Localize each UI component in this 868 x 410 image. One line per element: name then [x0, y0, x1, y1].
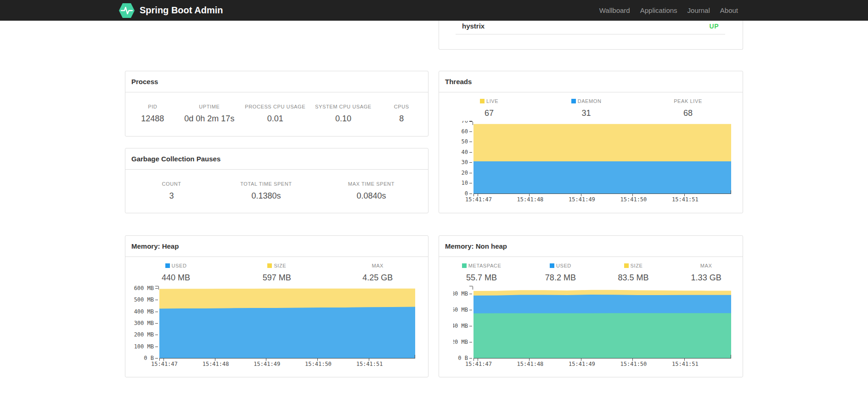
heap-value-size: 597 MB [226, 273, 327, 283]
process-item-uptime: UPTIME0d 0h 2m 17s [180, 103, 239, 124]
threads-card: Threads LIVE67DAEMON31PEAK LIVE68 010203… [439, 71, 743, 213]
nonheap-xtick-15-41-51: 15:41:51 [672, 361, 699, 367]
nav-link-applications[interactable]: Applications [635, 6, 682, 14]
nonheap-item-max: MAX1.33 GB [670, 262, 743, 283]
nonheap-series-metaspace [473, 313, 731, 358]
process-value-process-cpu-usage: 0.01 [239, 114, 311, 124]
heap-ytick-400-mb: 400 MB [134, 308, 154, 315]
threads-item-live: LIVE67 [439, 98, 539, 118]
threads-ytick-40: 40 [462, 149, 468, 155]
nonheap-item-size: SIZE83.5 MB [597, 262, 670, 283]
heap-swatch-used [165, 263, 170, 268]
heap-xtick-15-41-51: 15:41:51 [356, 361, 383, 367]
nonheap-xtick-15-41-50: 15:41:50 [620, 361, 647, 367]
threads-xtick-15-41-50: 15:41:50 [620, 196, 647, 203]
nonheap-value-max: 1.33 GB [670, 273, 743, 283]
process-value-uptime: 0d 0h 2m 17s [180, 114, 239, 124]
brand[interactable]: Spring Boot Admin [118, 3, 223, 18]
nonheap-label-max: MAX [670, 262, 743, 269]
main-content: Process PID12488UPTIME0d 0h 2m 17sPROCES… [125, 21, 743, 377]
heap-xtick-15-41-47: 15:41:47 [151, 361, 178, 367]
heap-ytick-500-mb: 500 MB [134, 296, 154, 303]
nonheap-item-used: USED78.2 MB [524, 262, 597, 283]
nonheap-swatch-metaspace [462, 263, 467, 268]
threads-legend: LIVE67DAEMON31PEAK LIVE68 [439, 98, 743, 118]
nonheap-chart: 0 B20 MB40 MB60 MB80 MB15:41:4715:41:481… [453, 285, 732, 370]
application-row[interactable]: hystrix UP [456, 21, 725, 34]
threads-series-daemon [473, 161, 731, 194]
heap-item-used: USED440 MB [125, 262, 226, 283]
process-label-pid: PID [125, 103, 180, 110]
heap-swatch-size [267, 263, 272, 268]
heap-series-used [159, 307, 415, 358]
threads-item-daemon: DAEMON31 [539, 98, 633, 118]
threads-label-peak-live: PEAK LIVE [633, 98, 743, 104]
heap-ytick-600-mb: 600 MB [134, 285, 154, 291]
threads-chart: 01020304050607015:41:4715:41:4815:41:491… [457, 121, 732, 205]
gc-card: Garbage Collection Pauses COUNT3TOTAL TI… [125, 148, 428, 213]
nonheap-xtick-15-41-47: 15:41:47 [465, 361, 492, 367]
gc-value-count: 3 [125, 191, 218, 201]
application-name[interactable]: hystrix [462, 22, 485, 30]
nav-link-about[interactable]: About [715, 6, 743, 14]
gc-label-count: COUNT [125, 181, 218, 187]
gc-item-count: COUNT3 [125, 181, 218, 201]
heap-ytick-100-mb: 100 MB [134, 343, 154, 350]
process-card-title: Process [125, 71, 428, 92]
application-status-badge: UP [710, 23, 719, 30]
nonheap-value-size: 83.5 MB [597, 273, 670, 283]
gc-item-total-time-spent: TOTAL TIME SPENT0.1380s [218, 181, 315, 201]
threads-ytick-20: 20 [462, 170, 468, 176]
nonheap-ytick-80-mb: 80 MB [453, 290, 468, 297]
threads-label-daemon: DAEMON [539, 98, 633, 104]
threads-swatch-live [480, 99, 485, 103]
nonheap-ytick-60-mb: 60 MB [453, 307, 468, 313]
process-value-system-cpu-usage: 0.10 [311, 114, 375, 124]
right-column: hystrix UP Threads LIVE67DAEMON31PEAK LI… [439, 21, 743, 377]
brand-title: Spring Boot Admin [140, 5, 223, 16]
memory-heap-card: Memory: Heap USED440 MBSIZE597 MBMAX4.25… [125, 235, 428, 377]
threads-value-daemon: 31 [539, 108, 633, 118]
nonheap-xtick-15-41-48: 15:41:48 [517, 361, 544, 367]
process-stats: PID12488UPTIME0d 0h 2m 17sPROCESS CPU US… [125, 92, 428, 124]
gc-label-total-time-spent: TOTAL TIME SPENT [218, 181, 315, 187]
memory-nonheap-card: Memory: Non heap METASPACE55.7 MBUSED78.… [439, 235, 743, 377]
threads-xtick-15-41-47: 15:41:47 [465, 196, 492, 203]
memory-nonheap-card-title: Memory: Non heap [439, 236, 743, 257]
process-label-uptime: UPTIME [180, 103, 239, 110]
threads-chart-area: 01020304050607015:41:4715:41:4815:41:491… [439, 121, 743, 205]
heap-ytick-200-mb: 200 MB [134, 331, 154, 338]
nonheap-label-metaspace: METASPACE [439, 262, 524, 269]
process-label-process-cpu-usage: PROCESS CPU USAGE [239, 103, 311, 110]
threads-value-live: 67 [439, 108, 539, 118]
heap-xtick-15-41-50: 15:41:50 [305, 361, 332, 367]
process-item-pid: PID12488 [125, 103, 180, 124]
process-label-cpus: CPUS [375, 103, 428, 110]
process-card: Process PID12488UPTIME0d 0h 2m 17sPROCES… [125, 71, 428, 137]
process-label-system-cpu-usage: SYSTEM CPU USAGE [311, 103, 375, 110]
nav-link-journal[interactable]: Journal [682, 6, 715, 14]
heap-chart: 0 B100 MB200 MB300 MB400 MB500 MB600 MB1… [134, 285, 416, 370]
heap-label-used: USED [125, 262, 226, 269]
gc-value-total-time-spent: 0.1380s [218, 191, 315, 201]
threads-card-title: Threads [439, 71, 743, 92]
nonheap-label-size: SIZE [597, 262, 670, 269]
nonheap-swatch-size [624, 263, 629, 268]
nonheap-xtick-15-41-49: 15:41:49 [569, 361, 595, 367]
threads-ytick-30: 30 [462, 159, 468, 165]
threads-ytick-50: 50 [462, 138, 468, 145]
memory-heap-legend: USED440 MBSIZE597 MBMAX4.25 GB [125, 262, 428, 283]
heap-value-max: 4.25 GB [327, 273, 428, 283]
heap-xtick-15-41-48: 15:41:48 [203, 361, 229, 367]
heap-value-used: 440 MB [125, 273, 226, 283]
gc-stats: COUNT3TOTAL TIME SPENT0.1380sMAX TIME SP… [125, 170, 428, 201]
navbar-inner: Spring Boot Admin WallboardApplicationsJ… [125, 0, 743, 21]
nav-links: WallboardApplicationsJournalAbout [594, 6, 743, 14]
threads-item-peak-live: PEAK LIVE68 [633, 98, 743, 118]
nonheap-value-used: 78.2 MB [524, 273, 597, 283]
left-column: Process PID12488UPTIME0d 0h 2m 17sPROCES… [125, 21, 428, 377]
threads-xtick-15-41-48: 15:41:48 [517, 196, 544, 203]
nav-link-wallboard[interactable]: Wallboard [594, 6, 635, 14]
gc-label-max-time-spent: MAX TIME SPENT [315, 181, 428, 187]
heap-xtick-15-41-49: 15:41:49 [254, 361, 280, 367]
